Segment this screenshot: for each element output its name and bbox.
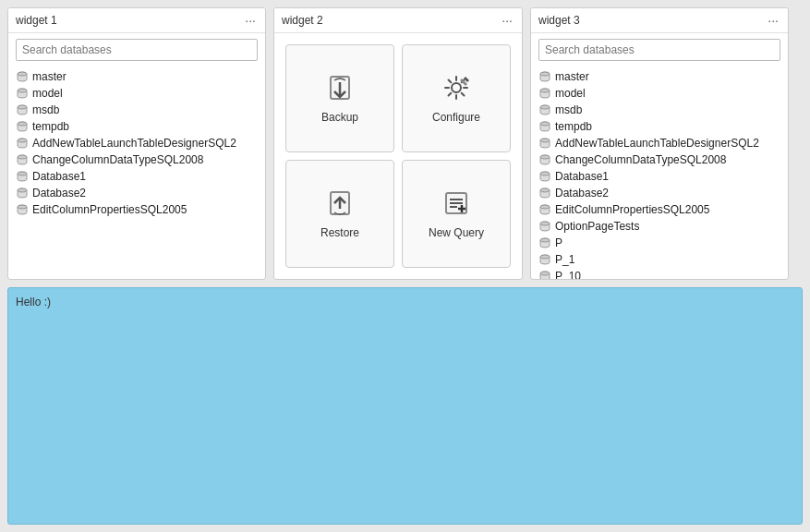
list-item[interactable]: Database1 <box>8 168 265 185</box>
list-item[interactable]: model <box>531 85 788 102</box>
widget-3-db-list: master model msdb tempdb AddNewTableLaun… <box>531 66 788 279</box>
list-item[interactable]: P <box>531 235 788 251</box>
db-item-label: P_10 <box>555 270 581 279</box>
new-query-button[interactable]: New Query <box>402 160 511 268</box>
svg-point-38 <box>540 139 550 142</box>
widget-2-menu-button[interactable]: ··· <box>500 14 514 27</box>
db-item-label: AddNewTableLaunchTableDesignerSQL2 <box>32 137 236 150</box>
svg-point-9 <box>18 139 27 142</box>
list-item[interactable]: msdb <box>531 102 788 118</box>
db-item-label: EditColumnPropertiesSQL2005 <box>555 203 709 216</box>
widget-1-menu-button[interactable]: ··· <box>243 14 258 27</box>
configure-button[interactable]: Configure <box>402 44 511 152</box>
widget-1-search-input[interactable] <box>16 39 258 61</box>
db-item-label: EditColumnPropertiesSQL2005 <box>32 203 187 216</box>
bottom-panel: Hello :) <box>7 287 803 525</box>
db-item-label: Database1 <box>32 170 86 183</box>
svg-point-40 <box>540 155 550 159</box>
svg-point-30 <box>540 72 550 76</box>
database-icon <box>16 154 29 165</box>
list-item[interactable]: Database1 <box>531 168 788 185</box>
list-item[interactable]: ChangeColumnDataTypeSQL2008 <box>531 151 788 168</box>
widget-3-search-input[interactable] <box>538 39 780 61</box>
list-item[interactable]: tempdb <box>531 118 788 135</box>
widget-3-menu-button[interactable]: ··· <box>766 14 780 27</box>
new-query-label: New Query <box>429 226 484 239</box>
database-icon <box>538 88 551 99</box>
restore-label: Restore <box>320 226 359 239</box>
widget-2-actions: Backup Configure <box>274 33 522 279</box>
database-icon <box>16 204 29 215</box>
widget-3-title: widget 3 <box>538 14 580 27</box>
list-item[interactable]: ChangeColumnDataTypeSQL2008 <box>8 151 265 168</box>
list-item[interactable]: model <box>8 85 265 102</box>
database-icon <box>16 121 29 132</box>
database-icon <box>16 138 29 149</box>
svg-point-48 <box>540 222 550 225</box>
svg-point-34 <box>540 105 550 109</box>
widget-3: widget 3 ··· master model msdb tempdb Ad… <box>530 7 789 280</box>
svg-point-15 <box>18 188 27 192</box>
database-icon <box>538 204 551 215</box>
db-item-label: OptionPageTests <box>555 220 639 233</box>
svg-point-1 <box>18 72 27 76</box>
svg-point-3 <box>18 89 27 92</box>
db-item-label: msdb <box>32 103 59 116</box>
db-item-label: Database1 <box>555 170 609 183</box>
list-item[interactable]: master <box>8 68 265 85</box>
widget-1-header: widget 1 ··· <box>8 8 265 33</box>
database-icon <box>538 271 551 279</box>
database-icon <box>538 237 551 248</box>
svg-point-36 <box>540 122 550 126</box>
list-item[interactable]: AddNewTableLaunchTableDesignerSQL2 <box>8 135 265 151</box>
new-query-icon <box>441 188 471 221</box>
list-item[interactable]: Database2 <box>531 185 788 201</box>
database-icon <box>16 171 29 182</box>
database-icon <box>16 104 29 115</box>
db-item-label: P_1 <box>555 253 574 266</box>
list-item[interactable]: AddNewTableLaunchTableDesignerSQL2 <box>531 135 788 151</box>
svg-point-11 <box>18 155 27 159</box>
svg-point-13 <box>18 172 27 175</box>
svg-point-46 <box>540 205 550 209</box>
widget-3-header: widget 3 ··· <box>531 8 788 33</box>
bottom-panel-text: Hello :) <box>16 296 51 308</box>
db-item-label: AddNewTableLaunchTableDesignerSQL2 <box>555 137 759 150</box>
list-item[interactable]: master <box>531 68 788 85</box>
backup-button[interactable]: Backup <box>285 44 394 152</box>
svg-point-54 <box>540 272 550 275</box>
svg-point-17 <box>18 205 27 209</box>
database-icon <box>538 154 551 165</box>
list-item[interactable]: P_1 <box>531 251 788 268</box>
database-icon <box>538 171 551 182</box>
list-item[interactable]: tempdb <box>8 118 265 135</box>
db-item-label: tempdb <box>555 120 592 133</box>
widget-1-db-list: master model msdb tempdb AddNewTableLaun… <box>8 66 265 279</box>
database-icon <box>538 221 551 232</box>
list-item[interactable]: OptionPageTests <box>531 218 788 235</box>
widget-1: widget 1 ··· master model msdb tempdb Ad… <box>7 7 266 280</box>
database-icon <box>538 121 551 132</box>
list-item[interactable]: EditColumnPropertiesSQL2005 <box>8 201 265 218</box>
db-item-label: Database2 <box>32 187 86 200</box>
svg-point-42 <box>540 172 550 175</box>
database-icon <box>538 254 551 265</box>
database-icon <box>16 88 29 99</box>
list-item[interactable]: EditColumnPropertiesSQL2005 <box>531 201 788 218</box>
database-icon <box>538 187 551 199</box>
configure-icon <box>441 73 471 105</box>
svg-point-7 <box>18 122 27 126</box>
list-item[interactable]: msdb <box>8 102 265 118</box>
db-item-label: Database2 <box>555 187 609 200</box>
database-icon <box>16 187 29 199</box>
widget-2-title: widget 2 <box>282 14 323 27</box>
database-icon <box>16 71 29 82</box>
list-item[interactable]: Database2 <box>8 185 265 201</box>
restore-button[interactable]: Restore <box>285 160 394 268</box>
widget-1-search-box <box>16 39 258 61</box>
svg-point-50 <box>540 238 550 242</box>
db-item-label: master <box>555 70 589 83</box>
database-icon <box>538 138 551 149</box>
svg-point-44 <box>540 188 550 192</box>
list-item[interactable]: P_10 <box>531 268 788 279</box>
